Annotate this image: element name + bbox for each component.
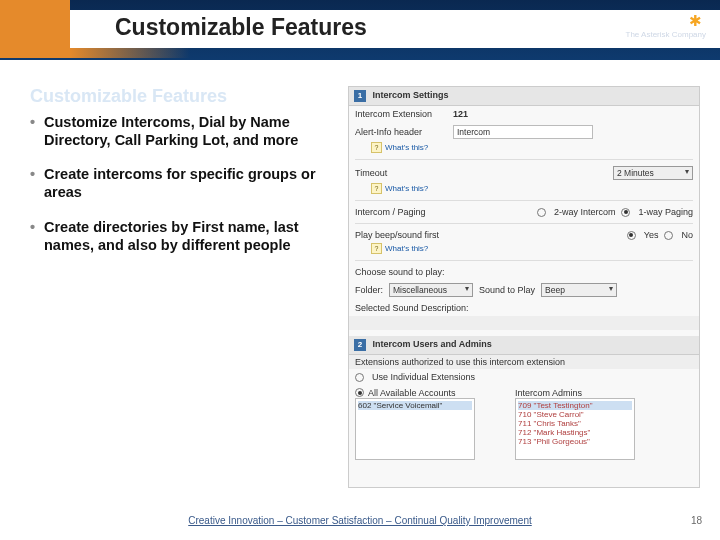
orange-accent	[0, 0, 70, 58]
subtitle-faded: Customizable Features	[30, 86, 340, 107]
opt2-label: All Available Accounts	[368, 388, 455, 398]
separator	[355, 200, 693, 201]
page-number: 18	[691, 515, 702, 526]
right-listbox[interactable]: 709 "Test Testington" 710 "Steve Carrol"…	[515, 398, 635, 460]
folder-select[interactable]: Miscellaneous	[389, 283, 473, 297]
radio-label: No	[681, 230, 693, 240]
logo-text: digium	[623, 6, 679, 27]
help-link[interactable]: What's this?	[349, 243, 699, 257]
opt1-label: Use Individual Extensions	[372, 372, 475, 382]
section-title: Intercom Users and Admins	[373, 339, 492, 349]
star-icon: ✱	[684, 10, 706, 32]
separator	[355, 159, 693, 160]
row-timeout: Timeout 2 Minutes	[349, 163, 699, 183]
sound-label: Sound to Play	[479, 285, 535, 295]
footer-text: Creative Innovation – Customer Satisfact…	[0, 515, 720, 526]
row-sound: Folder: Miscellaneous Sound to Play Beep	[349, 280, 699, 300]
radio-individual[interactable]	[355, 373, 364, 382]
radio-label: 1-way Paging	[638, 207, 693, 217]
row-alert: Alert-Info header Intercom	[349, 122, 699, 142]
left-listbox[interactable]: 602 "Service Voicemail"	[355, 398, 475, 460]
list-item[interactable]: 713 "Phil Gorgeous"	[518, 437, 632, 446]
row-opt1: Use Individual Extensions	[349, 369, 699, 385]
bullet-list: Customize Intercoms, Dial by Name Direct…	[30, 113, 340, 254]
radio-no[interactable]	[664, 231, 673, 240]
timeout-select[interactable]: 2 Minutes	[613, 166, 693, 180]
list-item[interactable]: 712 "Mark Hastings"	[518, 428, 632, 437]
sound-select[interactable]: Beep	[541, 283, 617, 297]
section-number: 2	[354, 339, 366, 351]
section-header-1: 1 Intercom Settings	[349, 87, 699, 106]
list-item[interactable]: 710 "Steve Carrol"	[518, 410, 632, 419]
page-title: Customizable Features	[115, 14, 367, 41]
settings-panel: 1 Intercom Settings Intercom Extension 1…	[348, 86, 700, 488]
help-link[interactable]: What's this?	[349, 183, 699, 197]
radio-yes[interactable]	[627, 231, 636, 240]
radio-1way[interactable]	[621, 208, 630, 217]
desc-label: Selected Sound Description:	[349, 300, 699, 316]
bullet-item: Customize Intercoms, Dial by Name Direct…	[30, 113, 340, 149]
list-item[interactable]: 602 "Service Voicemail"	[358, 401, 472, 410]
bullet-item: Create intercoms for specific groups or …	[30, 165, 340, 201]
auth-label: Extensions authorized to use this interc…	[349, 355, 699, 369]
ext-value: 121	[453, 109, 468, 119]
ext-label: Intercom Extension	[355, 109, 447, 119]
list-item[interactable]: 711 "Chris Tanks"	[518, 419, 632, 428]
choose-sound-label: Choose sound to play:	[349, 264, 699, 280]
section-title: Intercom Settings	[373, 90, 449, 100]
alert-input[interactable]: Intercom	[453, 125, 593, 139]
row-extension: Intercom Extension 121	[349, 106, 699, 122]
beep-label: Play beep/sound first	[355, 230, 447, 240]
content-left: Customizable Features Customize Intercom…	[30, 86, 340, 270]
logo: digium ✱	[623, 6, 706, 32]
timeout-label: Timeout	[355, 168, 447, 178]
separator	[355, 223, 693, 224]
logo-subtitle: The Asterisk Company	[626, 30, 706, 39]
desc-box	[349, 316, 699, 330]
help-link[interactable]: What's this?	[349, 142, 699, 156]
section-number: 1	[354, 90, 366, 102]
row-mode: Intercom / Paging 2-way Intercom 1-way P…	[349, 204, 699, 220]
section-header-2: 2 Intercom Users and Admins	[349, 336, 699, 355]
right-header: Intercom Admins	[515, 388, 582, 398]
radio-all[interactable]	[355, 388, 364, 397]
row-lists: All Available Accounts 602 "Service Voic…	[349, 385, 699, 463]
row-beep: Play beep/sound first Yes No	[349, 227, 699, 243]
radio-label: 2-way Intercom	[554, 207, 616, 217]
radio-label: Yes	[644, 230, 659, 240]
mode-label: Intercom / Paging	[355, 207, 447, 217]
separator	[355, 260, 693, 261]
orange-fade	[70, 48, 190, 58]
radio-2way[interactable]	[537, 208, 546, 217]
alert-label: Alert-Info header	[355, 127, 447, 137]
list-item[interactable]: 709 "Test Testington"	[518, 401, 632, 410]
folder-label: Folder:	[355, 285, 383, 295]
bullet-item: Create directories by First name, last n…	[30, 218, 340, 254]
